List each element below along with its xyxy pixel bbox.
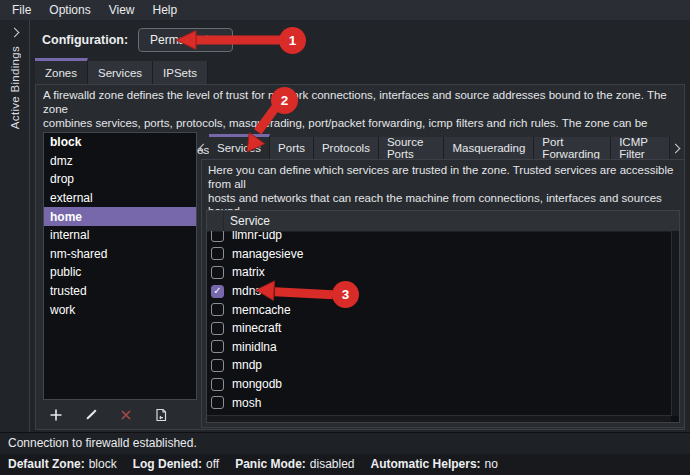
remove-zone-button[interactable] [118, 407, 134, 423]
status-bar: Connection to firewalld established. Def… [0, 432, 690, 475]
configuration-dropdown[interactable]: Permanent [138, 28, 233, 52]
status-field-value: off [206, 457, 219, 471]
zone-list-item[interactable]: trusted [44, 282, 196, 301]
checkbox-column-header [207, 211, 224, 231]
vertical-scrollbar[interactable] [671, 231, 679, 416]
service-name: minecraft [232, 321, 281, 335]
menu-item[interactable]: View [100, 0, 144, 20]
service-row[interactable]: ✓ memcache [207, 300, 671, 319]
zone-name: public [50, 265, 81, 279]
service-checkbox[interactable]: ✓ [211, 266, 224, 279]
service-row[interactable]: ✓ matrix [207, 263, 671, 282]
status-field-label: Automatic Helpers: [371, 457, 481, 471]
status-field: Automatic Helpers:no [371, 454, 498, 475]
close-icon [119, 408, 133, 422]
service-row[interactable]: ✓ managesieve [207, 245, 671, 264]
zone-tab[interactable]: Services [209, 134, 270, 159]
zone-tab[interactable]: Port Forwarding [534, 137, 611, 159]
zone-toolbar [48, 407, 169, 423]
main-tab-label: Zones [45, 67, 77, 79]
zone-tab[interactable]: Ports [270, 137, 314, 159]
zone-tab-label: Masquerading [452, 142, 525, 154]
services-table-header: Service [207, 211, 679, 232]
menu-item[interactable]: Help [144, 0, 187, 20]
service-checkbox[interactable]: ✓ [211, 340, 224, 353]
status-field-value: no [485, 457, 498, 471]
app-window: Active Bindings Configuration: Permanent… [0, 20, 690, 433]
horizontal-scrollbar[interactable] [207, 415, 671, 422]
edit-zone-button[interactable] [83, 407, 99, 423]
zone-list-item[interactable]: public [44, 263, 196, 282]
chevron-down-icon [214, 34, 224, 44]
status-field: Panic Mode:disabled [235, 454, 354, 475]
zone-tab[interactable]: Masquerading [444, 137, 534, 159]
active-bindings-strip[interactable]: Active Bindings [0, 20, 30, 433]
zone-list-item[interactable]: external [44, 189, 196, 208]
checkmark-icon: ✓ [213, 286, 221, 296]
service-checkbox[interactable]: ✓ [211, 378, 224, 391]
service-checkbox[interactable]: ✓ [211, 247, 224, 260]
main-tab[interactable]: Services [88, 61, 153, 84]
zone-tab[interactable]: Protocols [314, 137, 379, 159]
zone-list-item[interactable]: nm-shared [44, 245, 196, 264]
service-row[interactable]: ✓ llmnr-udp [207, 231, 671, 245]
status-field-label: Default Zone: [8, 457, 85, 471]
zone-tab-label: ICMP Filter [619, 136, 661, 159]
service-rows: ✓ llmnr-udp ✓ managesieve ✓ matrix [207, 231, 671, 416]
service-name: minidlna [232, 340, 277, 354]
zone-tab-strip: Services Ports Protocols Source Ports Ma… [198, 134, 681, 159]
main-tab[interactable]: Zones [35, 58, 88, 84]
service-checkbox[interactable]: ✓ [211, 396, 224, 409]
menu-item[interactable]: Options [40, 0, 99, 20]
zone-list-item[interactable]: internal [44, 226, 196, 245]
zone-tab[interactable]: ICMP Filter [611, 137, 670, 159]
active-bindings-label: Active Bindings [9, 46, 21, 129]
zone-list-item[interactable]: drop [44, 170, 196, 189]
zone-name: drop [50, 172, 74, 186]
status-field-label: Panic Mode: [235, 457, 306, 471]
zone-list-item[interactable]: work [44, 300, 196, 319]
zone-name: work [50, 303, 75, 317]
add-zone-button[interactable] [48, 407, 64, 423]
main-tab[interactable]: IPSets [153, 61, 208, 84]
document-icon [154, 408, 168, 422]
main-tab-label: IPSets [163, 67, 197, 79]
service-row[interactable]: ✓ mosh [207, 393, 671, 412]
zone-tab[interactable]: Source Ports [379, 137, 445, 159]
service-name: mndp [232, 358, 262, 372]
service-checkbox[interactable]: ✓ [211, 285, 224, 298]
zone-name: dmz [50, 154, 73, 168]
services-table: Service ✓ llmnr-udp ✓ managesieve [206, 210, 680, 423]
zone-tab-label: Protocols [322, 142, 370, 154]
service-checkbox[interactable]: ✓ [211, 303, 224, 316]
tab-scroll-right-button[interactable] [670, 137, 681, 159]
service-name: mdns [232, 284, 261, 298]
service-row[interactable]: ✓ mndp [207, 356, 671, 375]
menu-item[interactable]: File [3, 0, 40, 20]
chevron-right-icon [10, 28, 20, 38]
zone-list-item[interactable]: block [44, 133, 196, 152]
main-content: Configuration: Permanent Zones Services … [30, 20, 690, 433]
menu-bar: FileOptionsViewHelp [0, 0, 690, 20]
service-checkbox[interactable]: ✓ [211, 231, 224, 242]
configuration-row: Configuration: Permanent [42, 26, 233, 54]
zone-list-item[interactable]: home [44, 207, 196, 226]
service-row[interactable]: ✓ minidlna [207, 338, 671, 357]
service-checkbox[interactable]: ✓ [211, 322, 224, 335]
tab-scroll-left-button[interactable] [198, 137, 209, 159]
load-zone-defaults-button[interactable] [153, 407, 169, 423]
chevron-right-icon [671, 143, 681, 153]
service-row[interactable]: ✓ mongodb [207, 375, 671, 394]
zone-list-item[interactable]: dmz [44, 152, 196, 171]
service-name: llmnr-udp [232, 231, 282, 242]
configuration-value: Permanent [150, 33, 209, 47]
service-name: managesieve [232, 247, 303, 261]
main-tab-label: Services [98, 67, 142, 79]
zone-name: block [50, 135, 81, 149]
service-row[interactable]: ✓ minecraft [207, 319, 671, 338]
services-tab-panel: Here you can define which services are t… [201, 159, 685, 428]
main-tab-bar: Zones Services IPSets [35, 58, 208, 84]
service-row[interactable]: ✓ mdns [207, 282, 671, 301]
service-checkbox[interactable]: ✓ [211, 359, 224, 372]
plus-icon [49, 408, 63, 422]
